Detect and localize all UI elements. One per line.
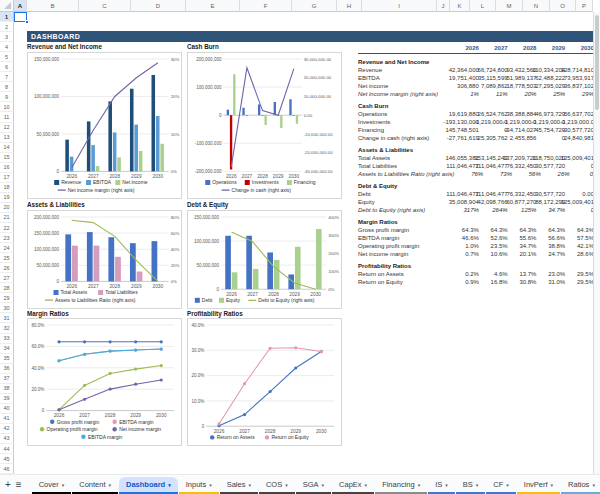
column-header-D[interactable]: D <box>131 0 186 12</box>
svg-text:Net income margin: Net income margin <box>119 426 161 432</box>
column-header-E[interactable]: E <box>186 0 240 12</box>
row-header-1[interactable]: 1 <box>0 12 14 22</box>
row-header-10[interactable]: 10 <box>0 102 14 112</box>
column-header-N[interactable]: N <box>523 0 550 12</box>
row-header-31[interactable]: 31 <box>0 313 14 323</box>
row-header-8[interactable]: 8 <box>0 82 14 92</box>
row-header-43[interactable]: 43 <box>0 434 14 444</box>
row-header-39[interactable]: 39 <box>0 394 14 404</box>
fill-handle[interactable] <box>25 20 29 24</box>
row-header-34[interactable]: 34 <box>0 344 14 354</box>
row-header-14[interactable]: 14 <box>0 143 14 153</box>
row-header-27[interactable]: 27 <box>0 273 14 283</box>
column-header-H[interactable]: H <box>337 0 362 12</box>
sheet-tab-sga[interactable]: SGA▾ <box>296 477 331 494</box>
sheet-tab-capex[interactable]: CapEx▾ <box>332 477 374 494</box>
row-header-11[interactable]: 11 <box>0 112 14 122</box>
row-header-17[interactable]: 17 <box>0 173 14 183</box>
row-header-23[interactable]: 23 <box>0 233 14 243</box>
add-sheet-button[interactable]: + <box>5 477 11 492</box>
sheet-tab-is[interactable]: IS▾ <box>428 477 455 494</box>
row-header-37[interactable]: 37 <box>0 374 14 384</box>
row-header-15[interactable]: 15 <box>0 153 14 163</box>
revenue-net-income-chart[interactable]: 050,000,000100,000,000150,000,0000%10%20… <box>27 52 182 199</box>
row-header-33[interactable]: 33 <box>0 334 14 344</box>
row-header-36[interactable]: 36 <box>0 364 14 374</box>
row-header-5[interactable]: 5 <box>0 52 14 62</box>
sheet-tab-bs[interactable]: BS▾ <box>456 477 486 494</box>
column-header-L[interactable]: L <box>470 0 496 12</box>
row-header-26[interactable]: 26 <box>0 263 14 273</box>
column-header-J[interactable]: J <box>437 0 450 12</box>
row-header-24[interactable]: 24 <box>0 243 14 253</box>
row-header-16[interactable]: 16 <box>0 163 14 173</box>
row-header-12[interactable]: 12 <box>0 123 14 133</box>
sheet-tab-content[interactable]: Content▾ <box>72 477 118 494</box>
row-header-42[interactable]: 42 <box>0 424 14 434</box>
row-header-4[interactable]: 4 <box>0 42 14 52</box>
row-header-32[interactable]: 32 <box>0 323 14 333</box>
row-header-35[interactable]: 35 <box>0 354 14 364</box>
row-header-13[interactable]: 13 <box>0 133 14 143</box>
scrollbar-thumb[interactable] <box>595 15 599 110</box>
row-header-44[interactable]: 44 <box>0 444 14 454</box>
vertical-scrollbar[interactable] <box>593 12 600 474</box>
svg-text:2028: 2028 <box>265 429 276 434</box>
column-header-B[interactable]: B <box>27 0 79 12</box>
chevron-down-icon: ▾ <box>418 482 421 488</box>
row-value: 56% <box>512 170 541 178</box>
column-header-P[interactable]: P <box>576 0 593 12</box>
sheet-tab-ratios[interactable]: Ratios▾ <box>561 477 600 494</box>
profitability-ratios-chart[interactable]: 010.0%20.0%30.0%40.0%2026202720282029203… <box>187 318 342 446</box>
chevron-down-icon: ▾ <box>551 482 554 488</box>
sheet-tab-inputs[interactable]: Inputs▾ <box>179 477 219 494</box>
row-header-38[interactable]: 38 <box>0 384 14 394</box>
row-header-20[interactable]: 20 <box>0 203 14 213</box>
sheet-tab-cos[interactable]: COS▾ <box>259 477 295 494</box>
svg-text:EBITDA: EBITDA <box>93 179 112 185</box>
column-header-M[interactable]: M <box>496 0 523 12</box>
margin-ratios-chart[interactable]: 020.0%40.0%60.0%80.0%2026202720282029203… <box>27 318 182 446</box>
column-header-K[interactable]: K <box>450 0 470 12</box>
row-header-28[interactable]: 28 <box>0 283 14 293</box>
row-header-9[interactable]: 9 <box>0 92 14 102</box>
cash-burn-chart[interactable]: -200,000,000-100,000,0000100,000,000200,… <box>187 52 342 199</box>
row-header-7[interactable]: 7 <box>0 72 14 82</box>
sheet-tab-sales[interactable]: Sales▾ <box>220 477 258 494</box>
row-header-18[interactable]: 18 <box>0 183 14 193</box>
row-header-40[interactable]: 40 <box>0 404 14 414</box>
row-header-22[interactable]: 22 <box>0 223 14 233</box>
selected-cell-a1[interactable] <box>14 12 27 22</box>
row-header-21[interactable]: 21 <box>0 213 14 223</box>
row-label: Total Assets <box>358 154 450 162</box>
sheet-tab-invperf[interactable]: InvPerf▾ <box>517 477 560 494</box>
row-value: 64.3% <box>479 226 508 234</box>
sheet-tab-dashboard[interactable]: Dashboard▾ <box>119 477 178 494</box>
row-header-3[interactable]: 3 <box>0 32 14 42</box>
row-header-46[interactable]: 46 <box>0 464 14 474</box>
select-all-corner[interactable] <box>0 0 14 12</box>
column-header-O[interactable]: O <box>550 0 576 12</box>
row-header-45[interactable]: 45 <box>0 454 14 464</box>
sheet-tab-cf[interactable]: CF▾ <box>486 477 516 494</box>
sheet-tab-cover[interactable]: Cover▾ <box>32 477 72 494</box>
row-header-41[interactable]: 41 <box>0 414 14 424</box>
column-header-F[interactable]: F <box>240 0 292 12</box>
row-header-2[interactable]: 2 <box>0 22 14 32</box>
row-header-25[interactable]: 25 <box>0 253 14 263</box>
sheet-tab-financing[interactable]: Financing▾ <box>375 477 427 494</box>
debt-equity-chart[interactable]: 050,000,000100,000,000150,000,0000%100%2… <box>187 210 342 309</box>
all-sheets-button[interactable]: ≡ <box>16 477 22 492</box>
column-header-I[interactable]: I <box>362 0 437 12</box>
column-header-A[interactable]: A <box>14 0 27 12</box>
column-header-C[interactable]: C <box>79 0 131 12</box>
row-value: 76,332,450 <box>508 190 537 198</box>
row-header-6[interactable]: 6 <box>0 62 14 72</box>
row-header-19[interactable]: 19 <box>0 193 14 203</box>
assets-liabilities-chart[interactable]: 050,000,000100,000,000150,000,000200,000… <box>27 210 182 309</box>
column-header-G[interactable]: G <box>292 0 337 12</box>
chart-svg: 020.0%40.0%60.0%80.0%2026202720282029203… <box>28 319 181 445</box>
row-header-30[interactable]: 30 <box>0 303 14 313</box>
row-header-29[interactable]: 29 <box>0 293 14 303</box>
svg-text:20%: 20% <box>171 94 180 99</box>
